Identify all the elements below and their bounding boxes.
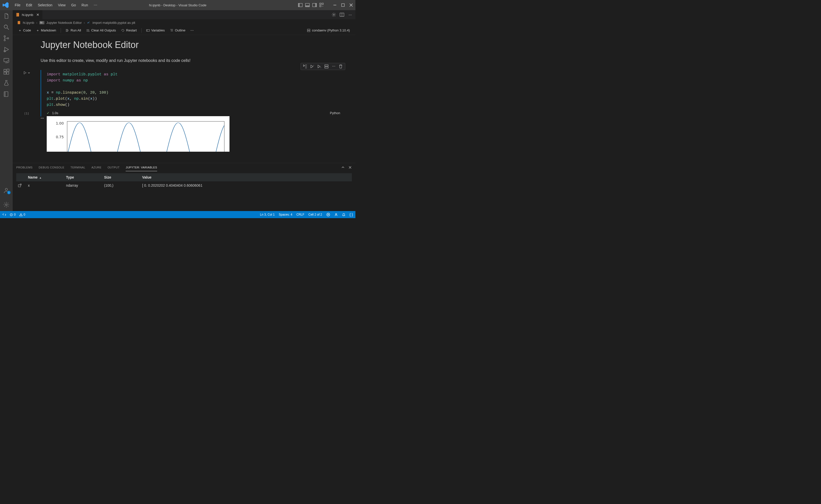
col-name[interactable]: Name▲ — [28, 175, 66, 179]
col-type[interactable]: Type — [66, 175, 104, 179]
toolbar-more-button[interactable]: ⋯ — [188, 27, 196, 33]
indentation[interactable]: Spaces: 4 — [279, 213, 292, 216]
run-debug-icon[interactable] — [3, 46, 10, 53]
panel-tab-azure[interactable]: AZURE — [91, 164, 101, 171]
layout-sidebar-right-icon[interactable] — [312, 3, 317, 7]
layout-panel-bottom-icon[interactable] — [305, 3, 310, 7]
explorer-icon[interactable] — [3, 13, 10, 19]
panel-tab-debug[interactable]: DEBUG CONSOLE — [39, 164, 64, 171]
cell-body[interactable]: ⋯ import matplotlib.pyplot as plt import… — [41, 70, 355, 116]
svg-rect-11 — [342, 4, 344, 6]
svg-point-57 — [327, 213, 330, 216]
popout-icon[interactable] — [18, 183, 22, 187]
crumb-file[interactable]: hi.ipynb — [23, 21, 34, 25]
crumb-cell[interactable]: import matplotlib.pyplot as plt — [92, 21, 135, 25]
chevron-up-icon[interactable] — [341, 166, 345, 169]
panel-tab-problems[interactable]: PROBLEMS — [16, 164, 32, 171]
panel-tab-output[interactable]: OUTPUT — [108, 164, 120, 171]
col-value[interactable]: Value — [142, 175, 350, 179]
kernel-picker[interactable]: condaenv (Python 3.10.4) — [305, 27, 352, 33]
add-code-button[interactable]: ＋Code — [16, 27, 33, 34]
panel-tab-terminal[interactable]: TERMINAL — [71, 164, 85, 171]
cell-position[interactable]: Cell 2 of 2 — [309, 213, 322, 216]
jupyter-status-icon[interactable] — [326, 213, 330, 217]
menu-run[interactable]: Run — [79, 2, 91, 9]
exec-count: [1] — [24, 112, 29, 115]
svg-point-9 — [322, 6, 323, 6]
play-icon — [23, 71, 27, 75]
layout-sidebar-left-icon[interactable] — [298, 3, 303, 7]
menu-view[interactable]: View — [55, 2, 68, 9]
svg-rect-7 — [320, 5, 321, 7]
close-panel-icon[interactable] — [348, 166, 352, 169]
prettier-icon[interactable]: { } — [350, 213, 353, 217]
code-editor[interactable]: import matplotlib.pyplot as plt import n… — [41, 70, 345, 110]
tab-close-icon[interactable]: ✕ — [35, 13, 39, 17]
variables-table: Name▲ Type Size Value x ndarray (100,) [… — [13, 172, 355, 211]
warnings-count[interactable]: 0 — [19, 213, 25, 216]
remote-indicator[interactable] — [3, 213, 6, 216]
svg-rect-36 — [18, 21, 20, 24]
var-type: ndarray — [66, 183, 104, 187]
accounts-icon[interactable]: 1 — [3, 187, 10, 194]
col-size[interactable]: Size — [104, 175, 142, 179]
clear-outputs-button[interactable]: Clear All Outputs — [84, 27, 118, 33]
split-cell-icon[interactable] — [324, 64, 329, 69]
notifications-icon[interactable] — [342, 213, 346, 216]
outline-button[interactable]: Outline — [168, 27, 187, 33]
variables-button[interactable]: Variables — [144, 27, 167, 33]
jupyter-icon[interactable] — [3, 91, 10, 97]
menu-edit[interactable]: Edit — [24, 2, 35, 9]
run-by-line-icon[interactable] — [303, 64, 308, 69]
settings-gear-icon[interactable] — [3, 201, 10, 208]
testing-icon[interactable] — [3, 80, 10, 86]
svg-point-30 — [6, 204, 7, 206]
code-cell[interactable]: ⋯ import matplotlib.pyplot as plt import… — [13, 70, 355, 116]
add-markdown-button[interactable]: ＋Markdown — [34, 27, 58, 34]
tab-more-icon[interactable]: ⋯ — [348, 12, 352, 17]
execute-below-icon[interactable] — [317, 64, 322, 69]
crumb-editor[interactable]: Jupyter Notebook Editor — [46, 21, 82, 25]
split-editor-icon[interactable] — [340, 12, 344, 17]
cell-more-icon[interactable]: ⋯ — [331, 64, 336, 69]
execute-above-icon[interactable] — [310, 64, 315, 69]
menu-selection[interactable]: Selection — [35, 2, 55, 9]
sort-asc-icon: ▲ — [39, 176, 42, 179]
svg-rect-50 — [325, 67, 328, 68]
editor-area: hi.ipynb ✕ ⋯ hi.ipynb › M↓ Jupyter Noteb… — [13, 10, 355, 211]
remote-explorer-icon[interactable] — [3, 57, 10, 64]
remote-icon — [3, 213, 6, 216]
customize-layout-icon[interactable] — [319, 3, 324, 7]
extensions-icon[interactable] — [3, 68, 10, 75]
configure-notebook-icon[interactable] — [332, 12, 336, 17]
chevron-right-icon: › — [84, 21, 85, 25]
eol[interactable]: CRLF — [296, 213, 304, 216]
minimize-icon[interactable] — [333, 3, 337, 7]
menu-file[interactable]: File — [12, 2, 23, 9]
panel-tab-jupyter-variables[interactable]: JUPYTER: VARIABLES — [126, 164, 157, 171]
search-icon[interactable] — [3, 24, 10, 30]
tab-hi-ipynb[interactable]: hi.ipynb ✕ — [13, 10, 43, 19]
variable-row[interactable]: x ndarray (100,) [ 0. 0.2020202 0.404040… — [16, 181, 352, 189]
run-all-button[interactable]: Run All — [63, 27, 83, 33]
output-more-icon[interactable]: ⋯ — [41, 115, 44, 152]
svg-point-58 — [335, 214, 337, 215]
menu-more[interactable]: ⋯ — [91, 2, 100, 9]
maximize-icon[interactable] — [341, 3, 345, 7]
feedback-icon[interactable] — [334, 213, 338, 216]
svg-rect-28 — [5, 92, 6, 96]
notebook-toolbar: ＋Code ＋Markdown Run All Clear All Output… — [13, 26, 355, 35]
errors-count[interactable]: 0 — [10, 213, 16, 216]
chevron-down-icon[interactable] — [28, 72, 30, 74]
run-cell-button[interactable] — [23, 71, 30, 75]
menu-go[interactable]: Go — [68, 2, 78, 9]
title-bar: File Edit Selection View Go Run ⋯ hi.ipy… — [0, 0, 355, 10]
window-title: hi.ipynb - Desktop - Visual Studio Code — [149, 3, 207, 7]
cursor-position[interactable]: Ln 3, Col 1 — [260, 213, 275, 216]
breadcrumb[interactable]: hi.ipynb › M↓ Jupyter Notebook Editor › … — [13, 19, 355, 26]
close-icon[interactable] — [349, 3, 353, 7]
source-control-icon[interactable] — [3, 35, 10, 42]
delete-cell-icon[interactable] — [338, 64, 343, 69]
markdown-heading: Jupyter Notebook Editor — [13, 38, 355, 52]
restart-button[interactable]: Restart — [119, 27, 139, 33]
